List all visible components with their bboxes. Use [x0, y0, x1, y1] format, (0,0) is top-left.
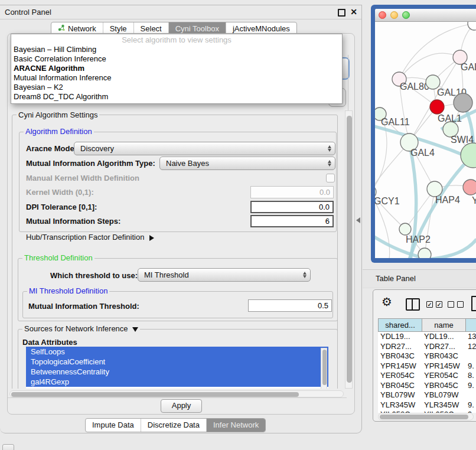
- bottom-tab-bar: Impute DataDiscretize DataInfer Network: [85, 418, 266, 432]
- table-cell[interactable]: YDR27...: [422, 342, 465, 352]
- select-all-checkboxes-icon[interactable]: ✓ ✓: [426, 301, 442, 308]
- table-cell[interactable]: 9.: [465, 400, 476, 410]
- threshold-definition-title: Threshold Definition: [22, 254, 94, 262]
- table-hscrollbar[interactable]: [378, 413, 474, 420]
- network-node[interactable]: [468, 22, 476, 30]
- document-icon[interactable]: [471, 296, 476, 311]
- table-cell[interactable]: [465, 351, 476, 361]
- aracne-mode-combobox[interactable]: Discovery: [74, 142, 335, 155]
- table-cell[interactable]: YPR145W: [422, 361, 465, 371]
- table-cell[interactable]: YBL079W: [378, 390, 422, 400]
- network-node[interactable]: [418, 248, 431, 258]
- control-panel-window: Control Panel ✕ NetworkStyleSelectCyni T…: [0, 5, 362, 433]
- table-cell[interactable]: 9.: [465, 381, 476, 391]
- table-cell[interactable]: 8.: [465, 371, 476, 381]
- table-cell[interactable]: 12: [465, 342, 476, 352]
- data-attribute-item[interactable]: gal4RGexp: [26, 377, 328, 387]
- network-node-hap2[interactable]: [399, 223, 411, 235]
- settings-hscrollbar-thumb[interactable]: [11, 392, 299, 397]
- mi-type-combobox[interactable]: Naive Bayes: [159, 156, 335, 170]
- table-cell[interactable]: [465, 390, 476, 400]
- table-row[interactable]: YDL19...YDL19...13: [378, 332, 476, 342]
- network-node[interactable]: [454, 93, 472, 112]
- table-cell[interactable]: YPR145W: [378, 361, 422, 371]
- algorithm-option[interactable]: Basic Correlation Inference: [11, 54, 342, 64]
- table-cell[interactable]: YDL19...: [422, 332, 465, 342]
- collapsed-arrow-icon[interactable]: [149, 235, 154, 241]
- algorithm-option[interactable]: ARACNE Algorithm: [11, 64, 342, 73]
- tab-label: Infer Network: [213, 419, 259, 432]
- panel-splitter-arrow-icon[interactable]: [356, 217, 360, 223]
- table-cell[interactable]: YBR043C: [422, 351, 465, 361]
- apply-button[interactable]: Apply: [161, 399, 202, 413]
- mi-threshold-field[interactable]: [248, 299, 332, 312]
- deselect-all-checkboxes-icon[interactable]: [448, 301, 464, 308]
- table-cell[interactable]: YER054C: [378, 371, 422, 381]
- data-attribute-item[interactable]: SelfLoops: [26, 347, 328, 357]
- minimize-traffic-light-icon[interactable]: [390, 11, 398, 19]
- column-header[interactable]: name: [422, 319, 466, 331]
- network-window-titlebar[interactable]: [375, 9, 476, 22]
- table-row[interactable]: YLR345WYLR345W9.: [378, 400, 476, 410]
- table-row[interactable]: YBR045CYBR045C9.: [378, 381, 476, 391]
- algorithm-option[interactable]: Bayesian – K2: [11, 83, 342, 92]
- dpi-tolerance-field[interactable]: [250, 201, 334, 213]
- attributes-scrollbar-thumb[interactable]: [322, 350, 327, 385]
- manual-kernel-checkbox[interactable]: [326, 174, 335, 182]
- which-threshold-combobox[interactable]: MI Threshold: [138, 268, 311, 282]
- column-header[interactable]: A: [466, 319, 476, 331]
- gear-icon[interactable]: ⚙: [382, 295, 392, 309]
- table-hscrollbar-thumb[interactable]: [380, 415, 468, 419]
- mi-type-label: Mutual Information Algorithm Type:: [26, 159, 155, 168]
- table-cell[interactable]: YLR345W: [422, 400, 465, 410]
- column-header[interactable]: shared...: [379, 319, 422, 331]
- table-cell[interactable]: YDR27...: [378, 342, 422, 352]
- tab-infer-network[interactable]: Infer Network: [206, 419, 265, 432]
- sources-group-toggle[interactable]: Sources for Network Inference: [22, 325, 140, 332]
- close-icon[interactable]: ✕: [350, 7, 357, 17]
- table-cell[interactable]: YBL079W: [422, 390, 465, 400]
- data-attribute-item[interactable]: TopologicalCoefficient: [26, 357, 328, 367]
- zoom-traffic-light-icon[interactable]: [402, 11, 410, 19]
- table-row[interactable]: YPR145WYPR145W9.: [378, 361, 476, 371]
- network-canvas[interactable]: GALGAL80GAL10GAL1SWI4GAL11GAL4HAP4YGCY1H…: [375, 22, 476, 258]
- tab-discretize-data[interactable]: Discretize Data: [141, 419, 206, 432]
- aracne-mode-value: Discovery: [80, 144, 114, 153]
- table-cell[interactable]: 13: [465, 332, 476, 342]
- kernel-width-field[interactable]: [250, 186, 334, 198]
- table-row[interactable]: YBR043CYBR043C: [378, 351, 476, 361]
- table-cell[interactable]: YBR043C: [378, 351, 422, 361]
- expanded-arrow-icon[interactable]: [132, 327, 138, 332]
- settings-vscrollbar[interactable]: [345, 110, 353, 389]
- corner-widget-icon[interactable]: [2, 444, 14, 450]
- attributes-scrollbar[interactable]: [321, 348, 327, 389]
- close-traffic-light-icon[interactable]: [379, 11, 386, 19]
- table-cell[interactable]: YER054C: [422, 371, 465, 381]
- network-node-label: GAL80: [400, 81, 429, 92]
- table-cell[interactable]: YLR345W: [378, 400, 422, 410]
- network-node-gal1[interactable]: [430, 100, 444, 114]
- algorithm-option[interactable]: Bayesian – Hill Climbing: [11, 45, 342, 54]
- table-cell[interactable]: 9.: [465, 361, 476, 371]
- mi-steps-field[interactable]: [250, 215, 334, 227]
- table-row[interactable]: YER054CYER054C8.: [378, 371, 476, 381]
- table-row[interactable]: YDR27...YDR27...12: [378, 342, 476, 352]
- data-attribute-item[interactable]: BetweennessCentrality: [26, 367, 328, 377]
- table-cell[interactable]: YBR045C: [378, 381, 422, 391]
- network-node-label: GAL4: [410, 148, 435, 158]
- table-row[interactable]: YBL079WYBL079W: [378, 390, 476, 400]
- table-cell[interactable]: YBR045C: [422, 381, 465, 391]
- settings-vscrollbar-thumb[interactable]: [347, 116, 352, 383]
- tab-impute-data[interactable]: Impute Data: [86, 419, 141, 432]
- tab-label: Discretize Data: [148, 419, 200, 432]
- hub-definition-toggle[interactable]: Hub/Transcription Factor Definition: [26, 233, 154, 242]
- maximize-icon[interactable]: [338, 9, 345, 17]
- algorithm-option[interactable]: Mutual Information Inference: [11, 73, 342, 83]
- split-columns-icon[interactable]: [406, 298, 420, 311]
- combo-stepper-icon: [328, 160, 331, 167]
- algorithm-option[interactable]: Dream8 DC_TDC Algorithm: [11, 92, 342, 102]
- control-panel-titlebar[interactable]: Control Panel ✕: [0, 5, 361, 19]
- settings-hscrollbar[interactable]: [9, 390, 344, 397]
- network-node-y[interactable]: [463, 180, 476, 195]
- table-cell[interactable]: YDL19...: [378, 332, 422, 342]
